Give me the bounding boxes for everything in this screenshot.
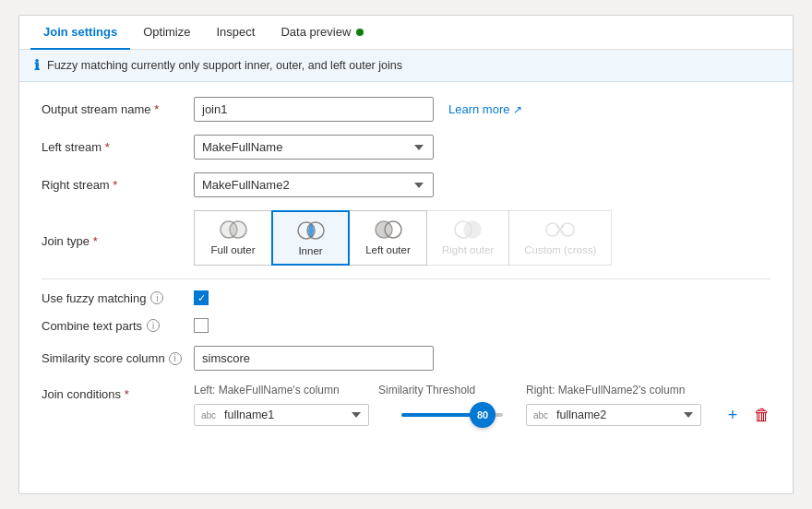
info-banner-text: Fuzzy matching currently only support in… — [47, 59, 402, 72]
left-stream-row: Left stream * MakeFullName — [42, 135, 770, 160]
condition-actions: + 🗑 — [722, 404, 773, 426]
full-outer-icon — [217, 219, 250, 241]
join-type-right-outer: Right outer — [426, 210, 509, 266]
left-abc-wrapper: abc fullname1 — [194, 404, 369, 426]
output-stream-input[interactable] — [194, 97, 434, 122]
right-col-dropdown-wrapper: abc fullname2 — [526, 404, 710, 426]
inner-icon — [294, 219, 328, 242]
left-outer-label: Left outer — [365, 244, 411, 255]
slider-track: 80 — [401, 413, 503, 417]
right-col-header: Right: MakeFullName2's column — [526, 384, 710, 397]
info-icon: ℹ — [34, 57, 40, 74]
fuzzy-matching-row: Use fuzzy matching i — [42, 290, 770, 305]
external-link-icon: ↗ — [513, 103, 522, 116]
sim-score-control — [194, 346, 770, 371]
left-column-select[interactable]: fullname1 — [194, 404, 369, 426]
right-column-select[interactable]: fullname2 — [526, 404, 701, 426]
tab-join-settings[interactable]: Join settings — [30, 16, 130, 50]
left-stream-control: MakeFullName — [194, 135, 770, 160]
join-type-custom-cross: Custom (cross) — [508, 210, 612, 266]
sim-score-label: Similarity score column i — [42, 346, 194, 365]
join-type-inner[interactable]: Inner — [271, 210, 350, 266]
svg-point-6 — [376, 221, 392, 238]
inner-label: Inner — [298, 245, 322, 256]
left-outer-icon — [372, 219, 405, 241]
combine-text-parts-label: Combine text parts i — [42, 319, 194, 333]
right-stream-select[interactable]: MakeFullName2 — [194, 172, 434, 197]
join-conditions-row: Join conditions * Left: MakeFullName's c… — [42, 384, 770, 426]
svg-point-3 — [230, 221, 246, 238]
conditions-header: Left: MakeFullName's column Similarity T… — [194, 384, 773, 397]
join-type-row: Join type * Full outer — [42, 210, 770, 266]
join-type-full-outer[interactable]: Full outer — [194, 210, 272, 266]
tab-bar: Join settings Optimize Inspect Data prev… — [19, 16, 793, 50]
right-stream-row: Right stream * MakeFullName2 — [42, 172, 770, 197]
join-type-label: Join type * — [42, 229, 194, 248]
required-star-join: * — [93, 234, 98, 248]
join-types-container: Full outer Inner — [194, 210, 611, 266]
output-stream-row: Output stream name * Learn more ↗ — [42, 97, 770, 122]
sim-score-input[interactable] — [194, 346, 434, 371]
right-outer-label: Right outer — [442, 244, 494, 255]
right-abc-wrapper: abc fullname2 — [526, 404, 701, 426]
divider-1 — [42, 278, 770, 279]
svg-point-11 — [561, 223, 574, 236]
combine-text-parts-row: Combine text parts i — [42, 318, 770, 333]
condition-row-1: abc fullname1 80 abc — [194, 404, 773, 426]
output-stream-label: Output stream name * — [42, 97, 194, 116]
svg-point-9 — [464, 221, 481, 238]
tab-data-preview[interactable]: Data preview — [268, 16, 376, 50]
tab-optimize[interactable]: Optimize — [130, 16, 203, 50]
tab-inspect[interactable]: Inspect — [203, 16, 268, 50]
threshold-slider-container: 80 — [378, 413, 526, 417]
left-col-header: Left: MakeFullName's column — [194, 384, 378, 397]
required-star-right: * — [113, 178, 117, 192]
slider-thumb[interactable]: 80 — [470, 402, 496, 428]
right-outer-icon — [451, 219, 484, 241]
custom-cross-icon — [543, 219, 577, 241]
custom-cross-label: Custom (cross) — [524, 244, 596, 255]
full-outer-label: Full outer — [211, 244, 256, 255]
combine-text-info[interactable]: i — [147, 319, 160, 332]
join-type-left-outer[interactable]: Left outer — [349, 210, 427, 266]
sim-score-info[interactable]: i — [169, 352, 182, 365]
left-stream-select[interactable]: MakeFullName — [194, 135, 434, 160]
main-panel: Join settings Optimize Inspect Data prev… — [18, 15, 794, 494]
form-area: Output stream name * Learn more ↗ Left s… — [19, 82, 793, 454]
fuzzy-matching-label: Use fuzzy matching i — [42, 291, 194, 305]
learn-more-link[interactable]: Learn more ↗ — [448, 102, 522, 116]
required-star: * — [154, 102, 159, 116]
right-stream-label: Right stream * — [42, 172, 194, 192]
conditions-content: Left: MakeFullName's column Similarity T… — [194, 384, 773, 426]
delete-condition-button[interactable]: 🗑 — [751, 404, 773, 426]
right-stream-control: MakeFullName2 — [194, 172, 770, 197]
add-condition-button[interactable]: + — [722, 404, 744, 426]
join-conditions-label: Join conditions * — [42, 384, 194, 401]
combine-text-parts-checkbox[interactable] — [194, 318, 209, 333]
fuzzy-matching-info[interactable]: i — [150, 291, 163, 304]
required-star-left: * — [105, 140, 110, 154]
svg-point-10 — [546, 223, 559, 236]
left-stream-label: Left stream * — [42, 135, 194, 154]
fuzzy-matching-checkbox[interactable] — [194, 290, 209, 305]
left-col-dropdown-wrapper: abc fullname1 — [194, 404, 378, 426]
info-banner: ℹ Fuzzy matching currently only support … — [19, 50, 793, 82]
sim-score-row: Similarity score column i — [42, 346, 770, 371]
required-star-conditions: * — [125, 387, 129, 401]
output-stream-control: Learn more ↗ — [194, 97, 770, 122]
threshold-col-header: Similarity Threshold — [378, 384, 526, 397]
data-preview-dot — [356, 29, 364, 36]
